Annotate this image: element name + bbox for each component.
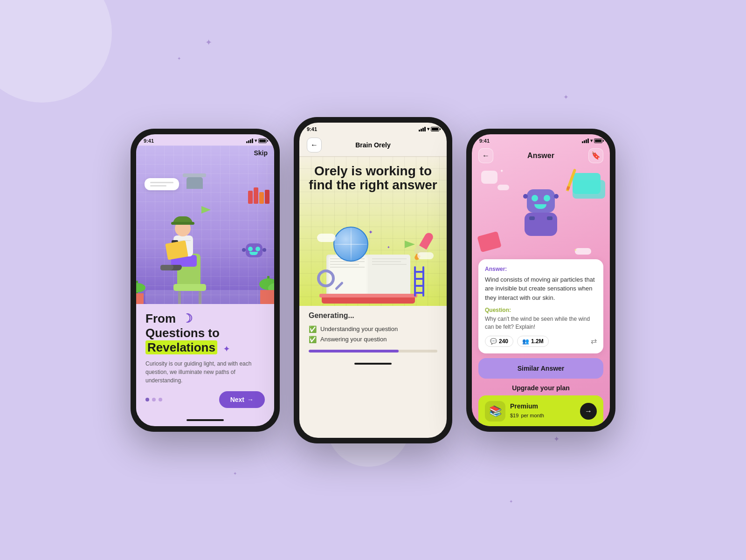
home-bar-2 [354,363,392,365]
bookshelf [248,187,269,204]
question-text: Why can't the wind be seen while the win… [485,315,597,331]
phone-2-content: Generating... ✅ Understanding your quest… [299,306,447,358]
ladder-icon [414,266,424,297]
premium-icon: 📚 [485,401,505,422]
phone-1-subtitle: Curiosity is our guiding light, and with… [145,360,265,385]
check-item-1: ✅ Understanding your question [309,325,437,333]
phone-2-screen: 9:41 ▾ ← Brain Orely [299,123,447,438]
deco-screen-2 [573,180,605,199]
cloud-deco-1 [317,234,336,242]
star-deco-2: ✦ [387,245,390,249]
phone-3-hero-illustration: ✦ ✦ [472,166,610,259]
paper-plane-2 [405,241,415,248]
generating-text: Generating... [309,311,437,320]
next-button[interactable]: Next → [219,391,265,408]
premium-period: per month [521,413,544,418]
phone-2-hero: Orely is working to find the right answe… [299,157,447,306]
crescent-icon: ☽ [182,311,193,325]
phone-2: 9:41 ▾ ← Brain Orely [294,117,452,443]
star-3-1: ✦ [500,168,504,173]
deco-book [477,231,502,252]
bookmark-icon: 🔖 [591,151,601,160]
share-button[interactable]: ⇄ [591,337,597,346]
status-bar-2: 9:41 ▾ [299,123,447,134]
cloud-3-2 [497,185,509,190]
answer-text: Wind consists of moving air particles th… [485,275,597,303]
person-chair [145,178,262,304]
time-3: 9:41 [479,138,490,144]
plant-left [136,281,138,304]
home-bar-1 [186,419,224,421]
paper-plane-1 [201,206,211,214]
answer-label: Answer: [485,266,597,272]
progress-bar [309,350,437,353]
wifi-icon-1: ▾ [255,138,257,143]
progress-fill [309,350,399,353]
battery-icon-3 [594,138,602,143]
dot-2 [152,398,156,401]
phone-1-footer: Next → [145,391,265,408]
phone-3-header: ← Answer 🔖 [472,145,610,166]
check-icon-2: ✅ [309,336,317,343]
wifi-icon-2: ▾ [427,126,429,131]
plant-right [267,276,269,304]
wifi-icon-3: ▾ [590,138,593,143]
phone-1: 9:41 ▾ Skip [131,129,280,432]
status-icons-3: ▾ [582,138,602,143]
premium-name: Premium [510,402,575,410]
battery-icon-2 [431,127,439,131]
star-deco-1: ✦ [368,229,373,235]
phone-2-header: ← Brain Orely [299,134,447,157]
premium-price: $19 per month [510,410,575,420]
phone-1-hero: Skip [136,145,274,304]
status-bar-3: 9:41 ▾ [472,134,610,145]
phone-1-screen: 9:41 ▾ Skip [136,134,274,426]
book-illustration: ✦ ✦ [308,227,438,306]
next-label: Next [230,396,244,403]
bookmark-button[interactable]: 🔖 [588,148,603,163]
pagination-dots [145,398,162,401]
status-icons-2: ▾ [419,126,439,131]
back-button-2[interactable]: ← [307,138,322,152]
hero-illustration-1 [136,169,274,304]
time-1: 9:41 [144,138,154,144]
comment-icon: 💬 [490,338,497,345]
phones-container: 9:41 ▾ Skip [131,117,615,443]
signal-icon-3 [582,138,589,143]
question-label: Question: [485,307,597,313]
upgrade-label: Upgrade your plan [478,384,603,392]
phone-1-title: From ☽ Questions to Revelations ✦ [145,311,265,355]
phone-3-header-title: Answer [527,152,554,160]
back-button-3[interactable]: ← [478,148,493,163]
cloud-3-1 [575,248,591,255]
upgrade-section: Upgrade your plan 📚 Premium $19 per mont… [472,381,610,426]
users-icon: 👥 [522,338,529,345]
arrow-right-icon: → [247,396,254,403]
comments-badge: 💬 240 [485,336,513,347]
premium-card[interactable]: 📚 Premium $19 per month → [478,395,603,426]
check-label-1: Understanding your question [320,325,398,332]
phone-3-screen: 9:41 ▾ ← Answer [472,134,610,426]
status-bar-1: 9:41 ▾ [136,134,274,145]
similar-answer-button[interactable]: Similar Answer [478,358,603,379]
time-2: 9:41 [307,126,317,132]
dot-1 [145,398,149,401]
premium-arrow[interactable]: → [580,403,597,420]
stats-row: 💬 240 👥 1.2M ⇄ [485,336,597,347]
phone-3: 9:41 ▾ ← Answer [466,129,615,432]
users-badge: 👥 1.2M [517,336,549,347]
answer-card: Answer: Wind consists of moving air part… [478,259,603,353]
skip-button[interactable]: Skip [254,149,268,157]
dot-3 [159,398,162,401]
phone-1-content: From ☽ Questions to Revelations ✦ Curios… [136,304,274,416]
check-icon-1: ✅ [309,325,317,333]
users-count: 1.2M [531,338,544,345]
premium-info: Premium $19 per month [510,402,575,420]
cloud-deco-2 [417,252,434,259]
phone-2-illustration: ✦ ✦ [299,213,447,306]
check-label-2: Answering your question [320,336,387,343]
phone-2-hero-title: Orely is working to find the right answe… [307,164,439,193]
battery-icon-1 [258,138,267,143]
check-item-2: ✅ Answering your question [309,336,437,343]
signal-icon-2 [419,127,426,131]
